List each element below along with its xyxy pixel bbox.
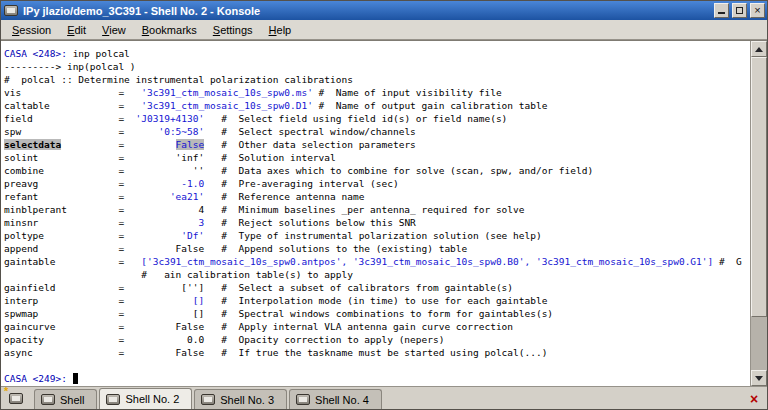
terminal-line [4, 359, 750, 372]
menu-edit[interactable]: Edit [60, 22, 93, 38]
window-title: IPy jlazio/demo_3C391 - Shell No. 2 - Ko… [21, 5, 711, 17]
titlebar: IPy jlazio/demo_3C391 - Shell No. 2 - Ko… [1, 1, 767, 20]
konsole-window-icon[interactable] [4, 5, 18, 16]
tab-label: Shell No. 4 [315, 394, 369, 406]
terminal-line: poltype = 'Df' # Type of instrumental po… [4, 229, 750, 242]
terminal-line: minsnr = 3 # Reject solutions below this… [4, 216, 750, 229]
scroll-up-button[interactable] [751, 41, 767, 57]
terminal-line: selectdata = False # Other data selectio… [4, 138, 750, 151]
close-icon: × [754, 5, 760, 16]
terminal-line: CASA <248>: inp polcal [4, 47, 750, 60]
terminal-line: preavg = -1.0 # Pre-averaging interval (… [4, 177, 750, 190]
tab-shell-no-2[interactable]: Shell No. 2 [99, 388, 192, 409]
terminal-line: gaincurve = False # Apply internal VLA a… [4, 320, 750, 333]
terminal-line: solint = 'inf' # Solution interval [4, 151, 750, 164]
terminal-line: ---------> inp(polcal ) [4, 60, 750, 73]
terminal-line: append = False # Append solutions to the… [4, 242, 750, 255]
terminal-line: spwmap = [] # Spectral windows combinati… [4, 307, 750, 320]
tab-shell[interactable]: Shell [34, 389, 97, 409]
terminal-line: # ain calibration table(s) to apply [4, 268, 750, 281]
terminal-area: CASA <248>: inp polcal---------> inp(pol… [1, 40, 767, 386]
terminal-line: combine = '' # Data axes which to combin… [4, 164, 750, 177]
tab-label: Shell [60, 394, 84, 406]
scrollbar-thumb[interactable] [751, 57, 767, 317]
maximize-icon [736, 7, 743, 14]
maximize-button[interactable] [732, 3, 747, 18]
menu-session[interactable]: Session [5, 22, 58, 38]
minimize-button[interactable] [714, 3, 729, 18]
terminal-line: CASA <249>: [4, 372, 750, 385]
terminal-icon [9, 393, 23, 404]
close-session-icon: × [750, 392, 758, 406]
terminal-line: gaintable = ['3c391_ctm_mosaic_10s_spw0.… [4, 255, 750, 268]
terminal-line: caltable = '3c391_ctm_mosaic_10s_spw0.D1… [4, 99, 750, 112]
new-session-button[interactable]: * [3, 389, 29, 408]
konsole-window: IPy jlazio/demo_3C391 - Shell No. 2 - Ko… [0, 0, 768, 410]
scroll-down-button[interactable] [751, 370, 767, 386]
terminal-line: minblperant = 4 # Minimum baselines _per… [4, 203, 750, 216]
minimize-icon [718, 12, 725, 14]
terminal-line: spw = '0:5~58' # Select spectral window/… [4, 125, 750, 138]
menubar: SessionEditViewBookmarksSettingsHelp [1, 20, 767, 40]
tab-list: ShellShell No. 2Shell No. 3Shell No. 4 [34, 388, 382, 409]
tab-shell-no-4[interactable]: Shell No. 4 [289, 389, 382, 409]
terminal-line: field = 'J0319+4130' # Select field usin… [4, 112, 750, 125]
terminal-line: vis = '3c391_ctm_mosaic_10s_spw0.ms' # N… [4, 86, 750, 99]
terminal-line: interp = [] # Interpolation mode (in tim… [4, 294, 750, 307]
terminal-icon [41, 394, 55, 405]
close-session-button[interactable]: × [744, 389, 764, 408]
tab-label: Shell No. 3 [220, 394, 274, 406]
terminal-line: gainfield = [''] # Select a subset of ca… [4, 281, 750, 294]
menu-help[interactable]: Help [262, 22, 299, 38]
terminal-line: opacity = 0.0 # Opacity correction to ap… [4, 333, 750, 346]
terminal-line: # polcal :: Determine instrumental polar… [4, 73, 750, 86]
terminal-icon [296, 394, 310, 405]
scrollbar-track[interactable] [751, 57, 767, 370]
menu-view[interactable]: View [95, 22, 133, 38]
close-button[interactable]: × [750, 3, 765, 18]
menu-bookmarks[interactable]: Bookmarks [135, 22, 204, 38]
tab-shell-no-3[interactable]: Shell No. 3 [194, 389, 287, 409]
tab-label: Shell No. 2 [125, 393, 179, 405]
terminal-line: async = False # If true the taskname mus… [4, 346, 750, 359]
terminal-icon [106, 394, 120, 405]
terminal-icon [201, 394, 215, 405]
menu-settings[interactable]: Settings [206, 22, 260, 38]
terminal-line: refant = 'ea21' # Reference antenna name [4, 190, 750, 203]
new-session-star-icon: * [4, 385, 8, 397]
tab-bar: * ShellShell No. 2Shell No. 3Shell No. 4… [1, 386, 767, 409]
terminal-output[interactable]: CASA <248>: inp polcal---------> inp(pol… [1, 41, 750, 386]
scrollbar [750, 41, 767, 386]
